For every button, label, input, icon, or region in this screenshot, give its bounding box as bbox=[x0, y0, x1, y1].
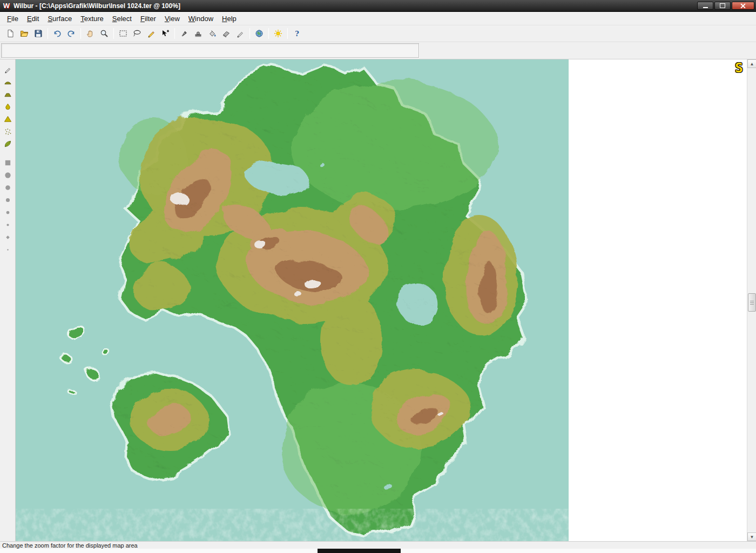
zoom-magnifier-icon bbox=[100, 29, 109, 38]
world-globe-icon bbox=[255, 29, 264, 38]
new-icon bbox=[6, 29, 15, 38]
mountain-brush-icon bbox=[4, 115, 12, 123]
undo-icon bbox=[53, 29, 62, 38]
marquee-select-button[interactable] bbox=[117, 27, 130, 40]
wilbur-window: W Wilbur - [C:\Apps\Grafik\Wilbur\Insel … bbox=[0, 0, 756, 553]
terrain-map-canvas[interactable] bbox=[16, 59, 569, 541]
circle-brush-m-button[interactable] bbox=[2, 195, 13, 205]
toolbar-separator bbox=[48, 28, 48, 39]
sun-lighting-icon bbox=[274, 29, 282, 38]
pencil-tool-button[interactable] bbox=[2, 65, 13, 74]
status-text: Change the zoom factor for the displayed… bbox=[2, 542, 138, 549]
mountain-brush-button[interactable] bbox=[2, 114, 13, 124]
dot-brush-button[interactable] bbox=[2, 245, 13, 254]
eraser-button[interactable] bbox=[220, 27, 233, 40]
toolbar-separator bbox=[268, 28, 269, 39]
circle-brush-l-button[interactable] bbox=[2, 183, 13, 192]
menu-item-surface[interactable]: Surface bbox=[43, 13, 76, 24]
circle-brush-xs-button[interactable] bbox=[2, 220, 13, 230]
circle-brush-xs-icon bbox=[4, 221, 12, 229]
square-brush-button[interactable] bbox=[2, 158, 13, 167]
toolbar-separator bbox=[113, 28, 114, 39]
save-button[interactable] bbox=[32, 27, 45, 40]
menu-item-edit[interactable]: Edit bbox=[23, 13, 43, 24]
lighting-button[interactable] bbox=[272, 27, 285, 40]
help-icon: ? bbox=[293, 29, 301, 38]
mound-brush-button[interactable] bbox=[2, 77, 13, 86]
menu-item-help[interactable]: Help bbox=[218, 13, 241, 24]
menu-item-view[interactable]: View bbox=[160, 13, 184, 24]
lasso-icon bbox=[133, 29, 141, 38]
zoom-button[interactable] bbox=[98, 27, 111, 40]
pick-add-cursor-icon bbox=[161, 29, 170, 38]
fill-bucket-button[interactable] bbox=[206, 27, 219, 40]
square-brush-icon bbox=[4, 159, 12, 167]
circle-brush-xl-button[interactable] bbox=[2, 171, 13, 180]
save-floppy-icon bbox=[34, 29, 43, 38]
pencil-tool-icon bbox=[4, 65, 12, 73]
maximize-button[interactable] bbox=[714, 2, 731, 10]
menu-item-texture[interactable]: Texture bbox=[76, 13, 108, 24]
plateau-brush-button[interactable] bbox=[2, 90, 13, 99]
undo-button[interactable] bbox=[51, 27, 64, 40]
circle-brush-l-icon bbox=[4, 184, 12, 192]
paint-bucket-icon bbox=[208, 29, 217, 38]
taskbar-fragment[interactable] bbox=[318, 549, 401, 553]
app-icon: W bbox=[2, 2, 11, 10]
new-button[interactable] bbox=[4, 27, 17, 40]
lasso-select-button[interactable] bbox=[131, 27, 144, 40]
scroll-down-button[interactable]: ▼ bbox=[747, 532, 756, 541]
svg-text:?: ? bbox=[295, 30, 299, 38]
mound-brush-icon bbox=[4, 78, 12, 86]
corner-logo-mark: S bbox=[735, 60, 743, 76]
status-bar: Change the zoom factor for the displayed… bbox=[0, 541, 756, 549]
wave-foam-band bbox=[16, 512, 569, 541]
line-pencil-icon bbox=[147, 29, 156, 38]
document-area: S bbox=[16, 59, 747, 541]
pencil-button[interactable] bbox=[234, 27, 247, 40]
scroll-up-button[interactable]: ▲ bbox=[747, 59, 756, 68]
diamond-brush-icon bbox=[4, 233, 12, 241]
pick-add-button[interactable] bbox=[159, 27, 172, 40]
erosion-brush-button[interactable] bbox=[2, 139, 13, 149]
circle-brush-s-icon bbox=[4, 208, 12, 217]
terrain-map-svg bbox=[16, 59, 569, 541]
redo-button[interactable] bbox=[65, 27, 78, 40]
help-button[interactable]: ? bbox=[291, 27, 303, 40]
minimize-button[interactable] bbox=[697, 2, 713, 10]
open-button[interactable] bbox=[18, 27, 31, 40]
line-pencil-button[interactable] bbox=[145, 27, 158, 40]
title-bar[interactable]: W Wilbur - [C:\Apps\Grafik\Wilbur\Insel … bbox=[0, 0, 756, 12]
pen-button[interactable] bbox=[178, 27, 191, 40]
plateau-brush-icon bbox=[4, 90, 12, 98]
droplet-brush-button[interactable] bbox=[2, 102, 13, 111]
noise-brush-button[interactable] bbox=[2, 127, 13, 136]
minimize-icon bbox=[703, 3, 708, 8]
scroll-up-icon: ▲ bbox=[750, 62, 754, 66]
stamp-icon bbox=[194, 29, 202, 38]
circle-brush-s-button[interactable] bbox=[2, 208, 13, 217]
menu-item-select[interactable]: Select bbox=[108, 13, 136, 24]
scrollbar-thumb[interactable] bbox=[748, 293, 756, 312]
stamp-button[interactable] bbox=[192, 27, 205, 40]
window-title: Wilbur - [C:\Apps\Grafik\Wilbur\Insel 10… bbox=[14, 2, 697, 10]
circle-brush-m-icon bbox=[4, 196, 12, 204]
noise-brush-icon bbox=[4, 127, 12, 136]
menu-bar: File Edit Surface Texture Select Filter … bbox=[0, 12, 756, 25]
menu-item-file[interactable]: File bbox=[3, 13, 23, 24]
close-button[interactable] bbox=[732, 2, 754, 10]
diamond-brush-button[interactable] bbox=[2, 233, 13, 242]
main-toolbar: ? bbox=[0, 25, 756, 42]
menu-item-filter[interactable]: Filter bbox=[136, 13, 160, 24]
pan-button[interactable] bbox=[84, 27, 97, 40]
toolbar-separator bbox=[174, 28, 175, 39]
toolbar-separator bbox=[80, 28, 81, 39]
scroll-down-icon: ▼ bbox=[750, 535, 754, 539]
world-button[interactable] bbox=[253, 27, 266, 40]
secondary-toolbar bbox=[0, 42, 756, 59]
tool-palette bbox=[0, 59, 16, 541]
secondary-toolbar-panel bbox=[1, 43, 419, 58]
menu-item-window[interactable]: Window bbox=[184, 13, 218, 24]
vertical-scrollbar[interactable]: ▲ ▼ bbox=[747, 59, 756, 541]
open-folder-icon bbox=[20, 29, 29, 38]
